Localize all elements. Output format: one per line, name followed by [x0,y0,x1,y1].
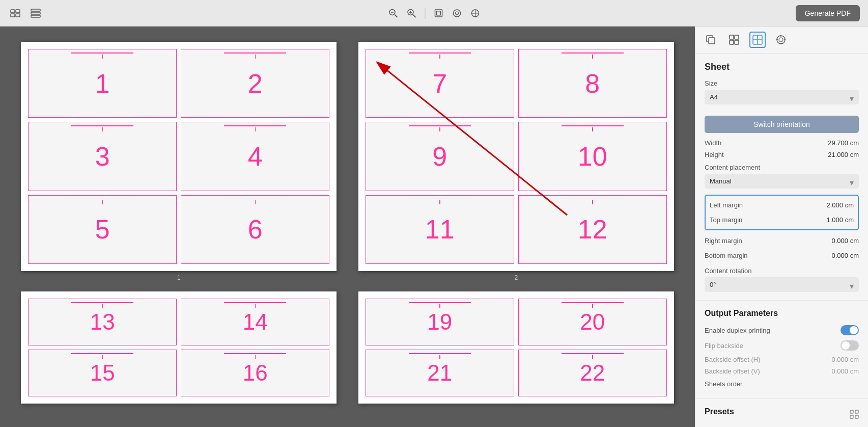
card-20: 20 [518,299,667,345]
bottom-margin-label: Bottom margin [705,252,748,259]
card-label-20: 20 [580,311,605,333]
actual-size-icon[interactable] [450,6,464,20]
presets-grid-icon[interactable] [850,410,859,421]
card-tab-20 [548,302,637,308]
size-label: Size [705,79,859,87]
panel-icon-target[interactable] [773,32,789,48]
card-6: 6 [181,195,329,264]
card-10: 10 [518,122,667,191]
card-tab-3 [58,125,147,131]
card-tab-21 [396,353,484,359]
card-label-16: 16 [243,362,268,384]
svg-rect-26 [730,40,734,44]
card-22: 22 [518,350,667,396]
card-tab-mark [102,200,103,204]
page-number-2: 2 [514,274,518,281]
highlighted-margin-group: Left margin 2.000 cm Top margin 1.000 cm [705,195,859,230]
card-tab-line [409,125,471,126]
panel-icon-copy[interactable] [703,32,719,48]
card-15: 15 [28,350,177,396]
page-1: 1 2 3 [21,42,337,271]
height-value: 21.000 cm [828,151,859,158]
zoom-out-icon[interactable] [386,6,400,20]
card-tab-line [224,353,286,354]
enable-duplex-toggle[interactable] [841,325,859,335]
layout-icon-1[interactable] [8,6,22,20]
card-tab-line [71,52,133,54]
presets-title: Presets [705,407,734,416]
flip-backside-row: Flip backside [705,340,859,351]
card-tab-line [562,353,624,354]
card-tab-1 [58,52,147,59]
card-tab-line [71,302,133,303]
page-wrapper-4: 19 20 21 [348,286,685,409]
card-1: 1 [28,49,177,118]
card-label-7: 7 [432,70,447,97]
main: 1 2 3 [0,26,868,427]
card-tab-line [409,52,471,54]
svg-line-9 [395,15,397,17]
card-tab-11 [396,199,484,205]
size-select[interactable]: A4 [705,90,859,104]
zoom-in-icon[interactable] [404,6,418,20]
flip-backside-toggle[interactable] [841,340,859,351]
card-5: 5 [28,195,177,264]
content-rotation-select[interactable]: 0° [705,277,859,292]
backside-offset-v-label: Backside offset (V) [705,367,760,375]
card-label-12: 12 [578,216,607,243]
card-tab-mark [439,200,440,204]
switch-orientation-button[interactable]: Switch orientation [705,116,859,133]
card-tab-line [409,353,471,354]
toolbar-right: Generate PDF [796,5,860,21]
sheets-order-label: Sheets order [705,380,859,388]
sheet-section: Sheet Size A4 ▾ Switch orientation Width… [695,54,868,301]
card-label-22: 22 [580,362,605,384]
fullscreen-icon[interactable] [468,6,482,20]
layout-icon-2[interactable] [29,6,43,20]
page-2: 7 8 9 [358,42,674,271]
card-13: 13 [28,299,177,345]
svg-line-13 [413,15,415,17]
card-tab-line [409,302,471,303]
card-9: 9 [366,122,514,191]
panel-icon-layout-active[interactable] [749,32,766,48]
svg-point-16 [453,10,460,17]
card-tab-mark [102,355,103,359]
card-tab-mark [592,127,593,131]
card-tab-19 [396,302,484,308]
card-tab-mark [255,304,256,308]
svg-rect-14 [435,10,442,17]
sheet-title: Sheet [705,62,859,72]
toolbar-left [8,6,43,20]
backside-offset-v-value: 0.000 cm [832,367,859,375]
card-label-3: 3 [95,143,110,170]
card-tab-line [409,199,471,200]
generate-pdf-button[interactable]: Generate PDF [796,5,860,21]
panel-icon-grid[interactable] [726,32,742,48]
svg-rect-15 [436,11,440,15]
card-label-9: 9 [432,143,447,170]
card-tab-line [562,199,624,200]
content-placement-select[interactable]: Manual [705,174,859,189]
toolbar-divider [425,8,425,19]
card-tab-22 [548,353,637,359]
card-tab-line [71,199,133,200]
card-3: 3 [28,122,177,191]
top-margin-label: Top margin [710,216,742,224]
right-margin-label: Right margin [705,237,742,245]
page-wrapper-3: 13 14 15 [10,286,348,409]
card-4: 4 [181,122,329,191]
card-tab-line [71,353,133,354]
presets-section: Presets [695,399,868,427]
card-label-10: 10 [578,143,607,170]
card-8: 8 [518,49,667,118]
panel-top-icons [695,26,868,54]
svg-rect-0 [11,10,15,13]
enable-duplex-label: Enable duplex printing [705,327,770,334]
right-margin-row: Right margin 0.000 cm [705,234,859,247]
card-label-13: 13 [90,311,115,333]
backside-offset-h-row: Backside offset (H) 0.000 cm [705,356,859,363]
card-tab-mark [592,200,593,204]
svg-point-31 [777,36,785,44]
fit-page-icon[interactable] [431,6,445,20]
